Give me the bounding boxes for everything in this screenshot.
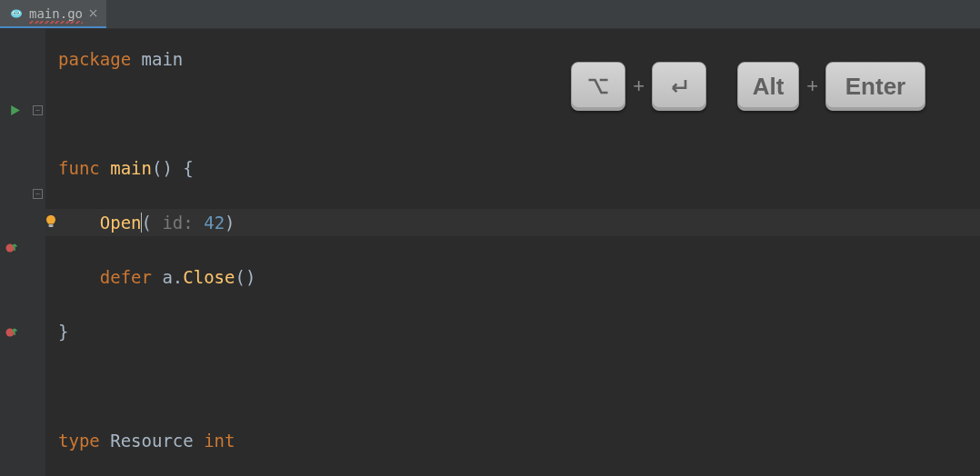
go-file-icon bbox=[9, 4, 24, 24]
svg-point-0 bbox=[11, 9, 22, 17]
error-squiggle bbox=[29, 21, 83, 24]
svg-rect-8 bbox=[49, 224, 54, 227]
file-tab-label: main.go bbox=[29, 6, 83, 21]
override-gutter-icon[interactable] bbox=[0, 234, 45, 262]
key-return bbox=[652, 62, 706, 111]
code-line[interactable]: type Resource int bbox=[58, 427, 980, 454]
svg-point-5 bbox=[15, 14, 17, 15]
code-line[interactable]: func main() { bbox=[58, 154, 980, 182]
svg-point-4 bbox=[17, 12, 18, 13]
close-tab-icon[interactable] bbox=[88, 9, 97, 18]
plus-separator: + bbox=[633, 74, 645, 98]
run-gutter-icon[interactable] bbox=[0, 96, 45, 124]
intention-bulb-icon[interactable] bbox=[44, 209, 58, 236]
gutter: − − bbox=[0, 29, 45, 476]
code-line[interactable]: defer a.Close() bbox=[58, 263, 980, 291]
svg-point-3 bbox=[14, 12, 15, 13]
keyboard-shortcut-overlay: + Alt + Enter bbox=[571, 62, 925, 111]
file-tab-main-go[interactable]: main.go bbox=[0, 0, 106, 28]
code-line-active[interactable]: Open( id: 42) bbox=[45, 209, 980, 236]
code-line[interactable] bbox=[58, 372, 980, 400]
override-gutter-icon[interactable] bbox=[0, 319, 45, 346]
key-option bbox=[571, 62, 625, 111]
code-line[interactable]: } bbox=[58, 318, 980, 345]
fold-marker-close[interactable]: − bbox=[0, 180, 45, 207]
key-alt: Alt bbox=[737, 62, 799, 111]
key-enter: Enter bbox=[825, 62, 925, 111]
tab-bar: main.go bbox=[0, 0, 980, 29]
plus-separator: + bbox=[806, 74, 818, 98]
